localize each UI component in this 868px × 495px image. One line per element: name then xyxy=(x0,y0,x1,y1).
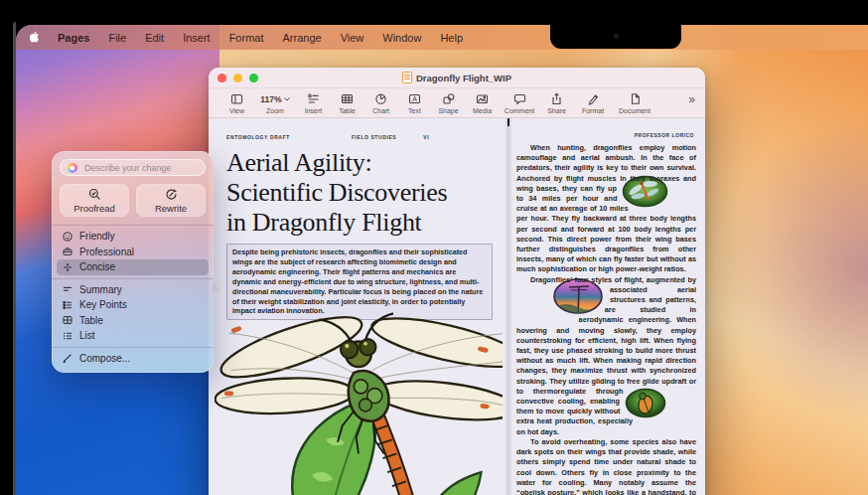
menu-bar: Pages File Edit Insert Format Arrange Vi… xyxy=(16,25,868,50)
rewrite-button[interactable]: Rewrite xyxy=(136,184,206,217)
document-canvas[interactable]: ENTOMOLOGY DRAFT FIELD STUDIES VI Aerial… xyxy=(209,118,705,495)
comment-bubble-icon xyxy=(513,92,526,106)
kicker-left: ENTOMOLOGY DRAFT xyxy=(226,134,290,140)
toolbar-document-button[interactable]: Document xyxy=(613,92,656,114)
menu-item-arrange[interactable]: Arrange xyxy=(282,32,321,44)
proofread-magnifier-icon xyxy=(88,188,101,201)
menu-item-help[interactable]: Help xyxy=(440,32,463,44)
writing-tools-option-table[interactable]: Table xyxy=(57,313,209,329)
popup-arrow xyxy=(213,283,219,295)
body-paragraph-1[interactable]: When hunting, dragonflies employ motion … xyxy=(516,143,696,275)
window-toolbar: View 117% Zoom Insert Table Chart xyxy=(209,88,705,118)
toolbar-format-button[interactable]: Format xyxy=(574,92,612,114)
writing-tools-option-compose[interactable]: Compose... xyxy=(57,351,209,367)
toolbar-zoom-control[interactable]: 117% Zoom xyxy=(254,92,296,114)
display-notch xyxy=(550,25,681,49)
window-title-bar[interactable]: Dragonfly Flight_WIP xyxy=(209,68,705,88)
kicker-number: VI xyxy=(423,134,429,140)
menu-item-format[interactable]: Format xyxy=(229,32,264,44)
document-page-right[interactable]: PROFESSOR LORICO When hunting, dragonfli… xyxy=(508,118,705,495)
shape-icon xyxy=(442,92,455,106)
article-title[interactable]: Aerial Agility: Scientific Discoveries i… xyxy=(226,148,493,238)
describe-change-input[interactable] xyxy=(82,162,198,174)
menu-item-insert[interactable]: Insert xyxy=(183,32,211,44)
toolbar-insert-button[interactable]: Insert xyxy=(297,92,330,114)
menu-item-edit[interactable]: Edit xyxy=(145,32,164,44)
briefcase-icon xyxy=(62,247,72,256)
window-title: Dragonfly Flight_WIP xyxy=(209,72,705,83)
document-file-icon xyxy=(402,72,412,83)
proofread-button[interactable]: Proofread xyxy=(60,184,129,217)
document-page-left[interactable]: ENTOMOLOGY DRAFT FIELD STUDIES VI Aerial… xyxy=(209,118,508,495)
kicker-center: FIELD STUDIES xyxy=(352,134,396,140)
writing-tools-option-concise[interactable]: Concise xyxy=(57,259,209,275)
paragraph-text: Dragonflies’ xyxy=(530,275,572,284)
page-fold xyxy=(505,118,512,495)
apple-menu-icon[interactable] xyxy=(30,31,42,45)
macbook-screen: Pages File Edit Insert Format Arrange Vi… xyxy=(16,25,868,495)
table-grid-icon xyxy=(62,315,72,325)
toolbar-media-button[interactable]: Media xyxy=(466,92,499,114)
body-paragraph-2[interactable]: Dragonflies’ xyxy=(516,275,696,437)
svg-text:A: A xyxy=(412,95,417,102)
writing-tools-option-professional[interactable]: Professional xyxy=(57,245,209,260)
describe-change-field[interactable] xyxy=(60,159,206,176)
apple-intelligence-icon xyxy=(68,163,77,173)
paragraph-text: by flight muscles in their thoraxes and … xyxy=(516,174,696,274)
dragonfly-illustration[interactable] xyxy=(215,289,503,495)
smiley-icon xyxy=(62,232,72,242)
toolbar-share-button[interactable]: Share xyxy=(540,92,573,114)
zoom-value: 117% xyxy=(260,94,281,104)
chart-pie-icon xyxy=(374,92,387,106)
menu-item-window[interactable]: Window xyxy=(382,32,421,44)
view-sidebar-icon xyxy=(230,92,243,106)
toolbar-overflow-chevron[interactable]: » xyxy=(688,92,697,114)
paragraph-text: four styles of flight, augmented by asso… xyxy=(516,275,696,386)
text-box-icon: A xyxy=(408,92,421,106)
media-image-icon xyxy=(476,92,489,106)
menu-item-file[interactable]: File xyxy=(108,32,126,44)
toolbar-shape-button[interactable]: Shape xyxy=(432,92,465,114)
list-icon xyxy=(62,331,72,341)
toolbar-chart-button[interactable]: Chart xyxy=(364,92,397,114)
insert-icon xyxy=(307,92,320,106)
writing-tools-popup: Proofread Rewrite Friendly Professiona xyxy=(52,151,214,373)
table-icon xyxy=(341,92,354,106)
page-kicker: ENTOMOLOGY DRAFT FIELD STUDIES VI xyxy=(226,134,493,141)
compose-pencil-icon xyxy=(62,353,72,363)
rewrite-circle-pencil-icon xyxy=(165,188,178,201)
toolbar-table-button[interactable]: Table xyxy=(331,92,363,114)
document-icon xyxy=(629,92,642,106)
body-paragraph-3[interactable]: To avoid overheating, some species also … xyxy=(516,437,696,495)
format-brush-icon xyxy=(587,92,600,106)
chevron-down-icon xyxy=(284,97,290,101)
writing-tools-option-friendly[interactable]: Friendly xyxy=(57,229,209,245)
concise-compress-icon xyxy=(62,262,72,272)
camera-dot xyxy=(614,34,619,39)
toolbar-view-button[interactable]: View xyxy=(220,92,253,114)
paragraph-text: To avoid overheating, some species also … xyxy=(516,437,696,495)
writing-tools-option-key-points[interactable]: Key Points xyxy=(57,297,209,313)
summary-lines-icon xyxy=(62,284,72,294)
menu-item-view[interactable]: View xyxy=(341,32,364,44)
bullet-list-icon xyxy=(62,300,72,310)
menu-item-pages[interactable]: Pages xyxy=(58,32,89,44)
text-cursor xyxy=(507,118,509,126)
pages-window: Dragonfly Flight_WIP View 117% Zoom Inse… xyxy=(209,68,705,495)
paragraph-text: to thermoregulate through convective coo… xyxy=(516,387,633,436)
window-title-text: Dragonfly Flight_WIP xyxy=(416,73,511,83)
inline-image-green-beetle[interactable] xyxy=(625,388,666,419)
toolbar-comment-button[interactable]: Comment xyxy=(500,92,539,114)
toolbar-text-button[interactable]: A Text xyxy=(398,92,431,114)
share-icon xyxy=(550,92,563,106)
byline: PROFESSOR LORICO xyxy=(516,132,694,138)
writing-tools-option-list[interactable]: List xyxy=(57,328,209,344)
writing-tools-option-summary[interactable]: Summary xyxy=(57,282,209,298)
